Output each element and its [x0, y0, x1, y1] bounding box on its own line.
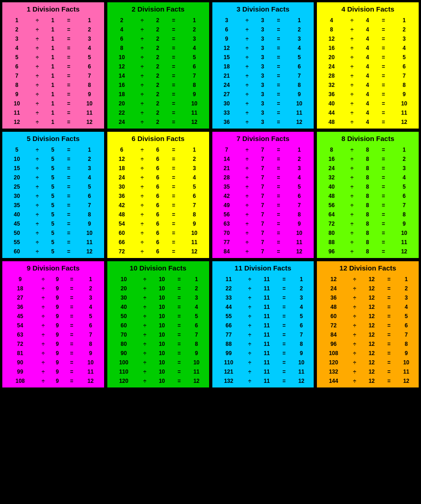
- table-row: 33÷3=11: [214, 108, 312, 117]
- cell-1-1: ÷: [239, 25, 254, 34]
- cell-10-3: =: [375, 108, 391, 117]
- cell-2-4: 3: [77, 34, 102, 43]
- cell-4-3: =: [271, 53, 287, 62]
- table-row: 30÷3=10: [214, 99, 312, 108]
- cell-7-3: =: [375, 210, 391, 219]
- cell-8-3: =: [173, 349, 186, 358]
- cell-8-0: 9: [4, 90, 30, 99]
- cell-6-2: 4: [360, 71, 376, 80]
- cell-0-3: =: [61, 145, 77, 154]
- cell-4-3: =: [61, 182, 77, 191]
- cell-9-2: 1: [45, 99, 61, 108]
- cell-3-2: 7: [255, 173, 271, 182]
- cell-10-2: 6: [150, 238, 166, 247]
- cell-4-4: 5: [182, 182, 207, 191]
- cell-1-3: =: [61, 25, 77, 34]
- cell-1-0: 16: [319, 154, 344, 164]
- cell-5-0: 72: [319, 321, 348, 330]
- cell-0-4: 1: [182, 145, 207, 154]
- table-row: 121÷11=11: [214, 367, 312, 376]
- cell-6-4: 7: [77, 201, 102, 210]
- facts-table-2: 2÷2=14÷2=26÷2=38÷2=410÷2=512÷2=614÷2=716…: [109, 16, 207, 127]
- table-row: 7÷7=1: [214, 145, 312, 154]
- cell-3-4: 4: [286, 43, 312, 53]
- cell-9-2: 10: [151, 358, 173, 367]
- cell-11-1: ÷: [348, 376, 361, 386]
- cell-11-1: ÷: [135, 247, 150, 256]
- cell-8-0: 27: [214, 90, 240, 99]
- card-3: 3 Division Facts3÷3=16÷3=29÷3=312÷3=415÷…: [211, 1, 315, 129]
- table-row: 110÷10=11: [109, 367, 207, 376]
- cell-10-4: 11: [182, 238, 207, 247]
- cell-2-4: 3: [182, 34, 207, 43]
- cell-8-3: =: [277, 349, 291, 358]
- cell-8-3: =: [61, 219, 77, 228]
- cell-9-1: ÷: [30, 99, 45, 108]
- cell-10-1: ÷: [243, 367, 256, 376]
- table-row: 24÷12=2: [319, 284, 417, 293]
- division-facts-grid: 1 Division Facts1÷1=12÷1=23÷1=34÷1=45÷1=…: [1, 1, 420, 388]
- cell-10-4: 11: [286, 238, 312, 247]
- cell-0-3: =: [64, 275, 79, 284]
- table-row: 45÷9=5: [4, 312, 102, 321]
- cell-10-1: ÷: [348, 367, 361, 376]
- cell-2-1: ÷: [30, 164, 45, 173]
- cell-8-3: =: [271, 219, 287, 228]
- table-row: 96÷12=8: [319, 339, 417, 349]
- cell-9-0: 70: [214, 228, 240, 238]
- card-title-2: 2 Division Facts: [109, 4, 207, 14]
- cell-9-0: 110: [214, 358, 243, 367]
- cell-2-0: 36: [319, 293, 348, 302]
- cell-11-3: =: [166, 247, 182, 256]
- cell-2-0: 12: [319, 34, 344, 43]
- cell-2-1: ÷: [239, 164, 254, 173]
- cell-10-1: ÷: [344, 238, 359, 247]
- cell-10-2: 5: [45, 238, 61, 247]
- facts-table-9: 9÷9=118÷9=227÷9=336÷9=445÷9=554÷9=663÷9=…: [4, 275, 102, 386]
- cell-0-0: 6: [109, 145, 135, 154]
- cell-2-2: 1: [45, 34, 61, 43]
- cell-11-3: =: [382, 376, 396, 386]
- cell-8-0: 90: [109, 349, 138, 358]
- cell-5-3: =: [382, 321, 396, 330]
- cell-1-0: 4: [109, 25, 135, 34]
- cell-3-1: ÷: [30, 43, 45, 53]
- cell-10-1: ÷: [344, 108, 359, 117]
- cell-0-0: 5: [4, 145, 30, 154]
- cell-10-4: 11: [182, 108, 207, 117]
- cell-6-1: ÷: [239, 201, 254, 210]
- card-11: 11 Division Facts11÷11=122÷11=233÷11=344…: [211, 260, 315, 388]
- cell-9-0: 60: [109, 228, 135, 238]
- cell-0-3: =: [166, 145, 182, 154]
- cell-8-2: 12: [361, 349, 382, 358]
- cell-3-2: 11: [256, 302, 278, 312]
- cell-10-0: 110: [109, 367, 138, 376]
- cell-3-4: 4: [391, 173, 417, 182]
- cell-10-1: ÷: [135, 108, 150, 117]
- cell-11-4: 12: [77, 247, 102, 256]
- table-row: 18÷2=9: [109, 90, 207, 99]
- cell-11-0: 108: [4, 376, 36, 386]
- table-row: 110÷11=10: [214, 358, 312, 367]
- cell-11-1: ÷: [30, 117, 45, 127]
- cell-7-0: 16: [109, 80, 135, 90]
- cell-0-1: ÷: [138, 275, 151, 284]
- table-row: 99÷9=11: [4, 367, 102, 376]
- cell-4-2: 11: [256, 312, 278, 321]
- cell-6-0: 7: [4, 71, 30, 80]
- table-row: 42÷6=7: [109, 201, 207, 210]
- cell-11-3: =: [173, 376, 186, 386]
- table-row: 4÷1=4: [4, 43, 102, 53]
- cell-7-1: ÷: [239, 80, 254, 90]
- cell-4-2: 5: [45, 182, 61, 191]
- cell-9-0: 30: [214, 99, 240, 108]
- card-6: 6 Division Facts6÷6=112÷6=218÷6=324÷6=43…: [106, 131, 210, 259]
- cell-5-1: ÷: [239, 191, 254, 201]
- cell-0-0: 3: [214, 16, 240, 25]
- table-row: 6÷2=3: [109, 34, 207, 43]
- table-row: 84÷12=7: [319, 330, 417, 339]
- table-row: 56÷8=7: [319, 201, 417, 210]
- cell-11-0: 24: [109, 117, 135, 127]
- cell-8-0: 18: [109, 90, 135, 99]
- cell-9-3: =: [382, 358, 396, 367]
